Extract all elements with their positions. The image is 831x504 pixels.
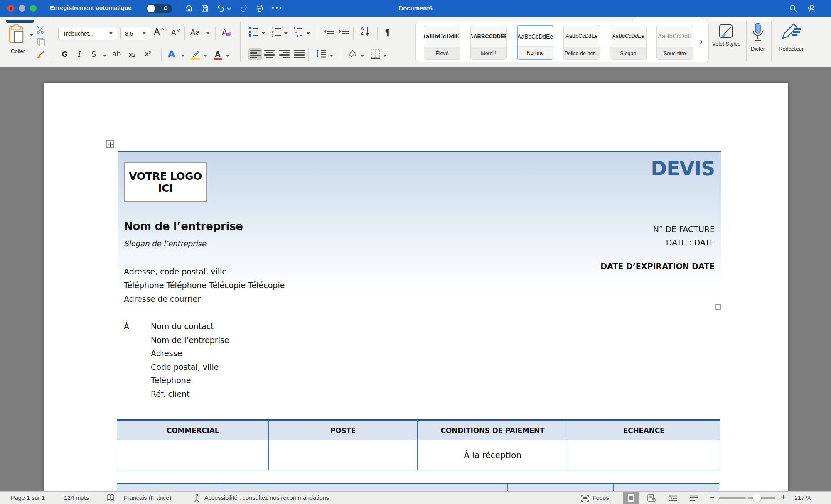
- table-cell[interactable]: [614, 484, 720, 491]
- multilevel-chevron-icon[interactable]: [307, 32, 310, 34]
- table-resize-handle[interactable]: [715, 304, 721, 310]
- bullets-button[interactable]: [249, 27, 258, 37]
- font-size-combobox[interactable]: 8,5: [120, 27, 150, 40]
- italic-button[interactable]: I: [77, 50, 80, 59]
- address-line[interactable]: Téléphone Téléphone Télécopie Télécopie: [124, 279, 285, 292]
- draft-view-button[interactable]: [686, 492, 702, 504]
- print-layout-view-button[interactable]: [623, 492, 639, 504]
- focus-button[interactable]: Focus: [593, 494, 609, 501]
- zoom-slider-knob[interactable]: [753, 494, 761, 502]
- style-card-soustitre[interactable]: AaBbCcDdE Sous-titre: [656, 25, 693, 60]
- style-card-slogan[interactable]: AaBbCcDdEe Slogan: [610, 25, 647, 60]
- font-color-button[interactable]: A: [214, 49, 222, 60]
- address-line[interactable]: Adresse, code postal, ville: [124, 265, 285, 279]
- table-cell[interactable]: [269, 440, 417, 470]
- table-header-cell[interactable]: COMMERCIAL: [117, 421, 269, 440]
- recipient-line[interactable]: Nom de l’entreprise: [151, 333, 229, 347]
- invoice-meta-block[interactable]: N° DE FACTURE DATE : DATE: [653, 223, 715, 249]
- bold-button[interactable]: G: [61, 50, 68, 59]
- to-label[interactable]: À: [124, 320, 151, 401]
- align-center-button[interactable]: [264, 50, 275, 58]
- accessibility-status[interactable]: Accessibilité : consultez nos recommanda…: [204, 494, 329, 501]
- address-line[interactable]: Adresse de courrier: [124, 292, 285, 306]
- recipient-line[interactable]: Réf. client: [151, 387, 229, 401]
- invoice-number-label[interactable]: N° DE FACTURE: [653, 223, 715, 236]
- company-name[interactable]: Nom de l’entreprise: [124, 220, 243, 232]
- table-cell[interactable]: [117, 440, 269, 470]
- borders-button[interactable]: [371, 49, 381, 59]
- shading-button[interactable]: [347, 49, 357, 58]
- page-count[interactable]: Page 1 sur 1: [11, 494, 45, 501]
- bullets-chevron-icon[interactable]: [262, 32, 265, 34]
- language-status[interactable]: Français (France): [124, 494, 171, 501]
- editor-button[interactable]: [781, 23, 801, 41]
- table-header-cell[interactable]: ECHEANCE: [568, 421, 720, 440]
- table-cell[interactable]: [117, 484, 222, 491]
- numbering-button[interactable]: [272, 27, 281, 37]
- numbering-chevron-icon[interactable]: [284, 32, 288, 34]
- table-move-handle[interactable]: [106, 140, 114, 148]
- cut-icon[interactable]: [36, 25, 45, 34]
- search-icon[interactable]: [789, 4, 798, 13]
- paste-button[interactable]: [8, 24, 28, 46]
- document-title-devis[interactable]: DEVIS: [651, 157, 715, 180]
- paste-dropdown-chevron-icon[interactable]: [30, 34, 33, 36]
- proofing-icon[interactable]: [106, 494, 115, 502]
- highlight-chevron-icon[interactable]: [204, 55, 207, 57]
- sort-button[interactable]: A Z: [361, 27, 370, 37]
- recipient-line[interactable]: Code postal, ville: [151, 360, 229, 374]
- zoom-out-button[interactable]: −: [710, 493, 714, 502]
- zoom-in-button[interactable]: +: [781, 493, 786, 502]
- format-painter-icon[interactable]: [36, 51, 46, 60]
- superscript-button[interactable]: x²: [145, 50, 151, 58]
- style-card-police[interactable]: AaBbCcDdEe Police de pet...: [563, 25, 600, 60]
- text-effects-button[interactable]: A: [168, 49, 175, 59]
- recipient-line[interactable]: Téléphone: [151, 374, 229, 387]
- recipient-line[interactable]: Adresse: [151, 347, 229, 360]
- company-address-block[interactable]: Adresse, code postal, ville Téléphone Té…: [124, 265, 285, 306]
- dictate-button[interactable]: [750, 22, 765, 42]
- underline-button[interactable]: S: [91, 50, 96, 59]
- outline-view-button[interactable]: [665, 492, 681, 504]
- multilevel-list-button[interactable]: [293, 27, 302, 37]
- increase-indent-button[interactable]: [338, 28, 349, 35]
- table-cell[interactable]: À la réception: [418, 440, 568, 470]
- word-count[interactable]: 124 mots: [64, 494, 89, 501]
- table-cell[interactable]: [508, 484, 614, 491]
- subscript-button[interactable]: x₂: [129, 51, 135, 59]
- document-page[interactable]: VOTRE LOGO ICI DEVIS Nom de l’entreprise…: [44, 83, 788, 491]
- style-card-eleve[interactable]: AaBbCcDdEe Élevé: [424, 25, 460, 60]
- recipient-block[interactable]: À Nom du contact Nom de l’entreprise Adr…: [124, 320, 229, 401]
- grow-font-button[interactable]: A: [154, 27, 164, 37]
- style-card-normal[interactable]: AaBbCcDdEe Normal: [517, 25, 553, 60]
- expiration-date-label[interactable]: DATE D’EXPIRATION DATE: [600, 262, 715, 271]
- table-cell[interactable]: [222, 484, 508, 491]
- table-cell[interactable]: [568, 440, 720, 470]
- copy-icon[interactable]: [37, 37, 46, 46]
- company-slogan[interactable]: Slogan de l’entreprise: [124, 239, 206, 248]
- borders-chevron-icon[interactable]: [383, 55, 386, 57]
- align-right-button[interactable]: [279, 50, 290, 58]
- show-paragraph-marks-button[interactable]: ¶: [385, 27, 390, 37]
- shrink-font-button[interactable]: A: [171, 29, 180, 37]
- shading-chevron-icon[interactable]: [361, 55, 364, 57]
- line-spacing-button[interactable]: [316, 49, 327, 58]
- decrease-indent-button[interactable]: [323, 28, 334, 35]
- change-case-chevron-icon[interactable]: [206, 32, 209, 34]
- line-spacing-chevron-icon[interactable]: [330, 55, 333, 57]
- share-icon[interactable]: [807, 4, 816, 13]
- gallery-more-button[interactable]: ›: [700, 36, 703, 47]
- invoice-date-label[interactable]: DATE : DATE: [653, 236, 715, 249]
- accessibility-icon[interactable]: [193, 494, 201, 502]
- align-left-button[interactable]: [248, 48, 262, 60]
- clear-formatting-button[interactable]: A: [222, 27, 231, 37]
- logo-placeholder[interactable]: VOTRE LOGO ICI: [124, 162, 207, 202]
- table-header-cell[interactable]: POSTE: [269, 421, 417, 440]
- web-layout-view-button[interactable]: [643, 492, 660, 504]
- strikethrough-button[interactable]: ab: [112, 50, 121, 58]
- style-card-merci[interactable]: AABBCCDDEE Merci !: [470, 25, 507, 60]
- change-case-button[interactable]: Aa: [190, 28, 200, 37]
- zoom-percentage[interactable]: 217 %: [794, 494, 811, 501]
- underline-chevron-icon[interactable]: [103, 55, 106, 57]
- font-name-combobox[interactable]: Trebuchet...: [58, 27, 117, 40]
